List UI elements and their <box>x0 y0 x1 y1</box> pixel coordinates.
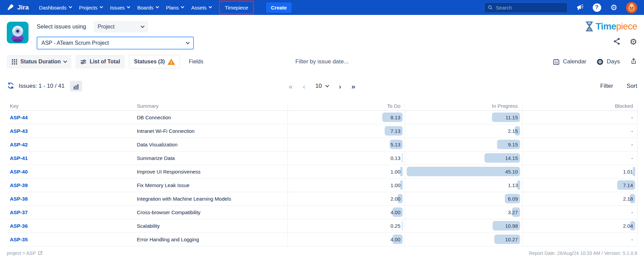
table-row: ASP-43Intranet Wi-Fi Connection7.132.15- <box>7 124 637 138</box>
duration-value: 0.13 <box>390 155 400 161</box>
duration-value: 5.13 <box>390 142 400 147</box>
nav-item-projects[interactable]: Projects <box>79 5 103 11</box>
summary-cell: Scalability <box>137 219 288 232</box>
calendar-button[interactable]: Calendar <box>553 58 586 65</box>
hourglass-icon <box>585 21 594 32</box>
column-header-todo[interactable]: To Do <box>288 102 405 110</box>
share-button[interactable] <box>613 37 621 46</box>
page-size-value: 10 <box>315 83 322 89</box>
refresh-button[interactable] <box>7 82 15 90</box>
todo-cell: 4.00 <box>288 205 405 219</box>
duration-value: 2.18 <box>623 196 633 202</box>
report-toolbar: Status Duration List of Total Statuses (… <box>0 55 644 68</box>
days-toggle-button[interactable]: Days <box>596 58 620 65</box>
issue-key-link[interactable]: ASP-40 <box>10 169 28 175</box>
chevron-down-icon <box>186 40 189 44</box>
duration-bar <box>402 153 403 163</box>
blocked-cell: 1.01 <box>522 165 637 178</box>
duration-value: 3.27 <box>508 209 518 215</box>
duration-value: 45.10 <box>505 169 518 175</box>
in-progress-cell: 3.27 <box>405 205 522 219</box>
jira-home-link[interactable]: Jira <box>7 3 29 12</box>
bar-chart-icon <box>73 83 79 89</box>
nav-item-timepiece[interactable]: Timepiece <box>225 5 248 11</box>
duration-value: 6.09 <box>508 196 518 202</box>
issue-key-link[interactable]: ASP-43 <box>10 128 28 134</box>
last-page-button[interactable]: » <box>351 83 355 90</box>
duration-value: 11.15 <box>505 115 518 120</box>
issue-key-link[interactable]: ASP-39 <box>10 182 28 188</box>
nav-item-plans[interactable]: Plans <box>166 5 184 11</box>
announcements-button[interactable] <box>575 3 585 12</box>
issue-key-link[interactable]: ASP-41 <box>10 155 28 161</box>
duration-value: 1.00 <box>390 169 400 175</box>
duration-value: - <box>631 237 633 242</box>
in-progress-cell: 11.15 <box>405 110 522 124</box>
issue-key-link[interactable]: ASP-42 <box>10 142 28 147</box>
column-header-summary[interactable]: Summary <box>137 102 288 110</box>
column-header-blocked[interactable]: Blocked <box>522 102 637 110</box>
summary-cell: Summarize Data <box>137 151 288 165</box>
summary-text: Improve UI Responsiveness <box>137 169 201 175</box>
summary-text: Data Visualization <box>137 142 178 147</box>
first-page-button[interactable]: « <box>289 83 293 90</box>
issue-key-link[interactable]: ASP-37 <box>10 209 28 215</box>
issue-key-link[interactable]: ASP-35 <box>10 237 28 242</box>
statuses-button[interactable]: Statuses (3) <box>129 55 180 68</box>
global-search-box[interactable] <box>484 2 568 13</box>
export-button[interactable] <box>630 58 637 66</box>
in-progress-cell: 10.27 <box>405 232 522 246</box>
timepiece-panel: Timepiece ⚙ <box>585 21 637 49</box>
page-size-dropdown[interactable]: 10 <box>315 83 329 89</box>
issue-table-body: ASP-44DB Connection8.1311.15-ASP-43Intra… <box>7 110 637 246</box>
issue-date-filter[interactable]: Filter by issue date... <box>295 58 349 65</box>
jql-query-link[interactable]: project = ASP <box>7 250 43 256</box>
chevron-down-icon <box>181 5 184 8</box>
chart-view-button[interactable] <box>70 81 82 92</box>
nav-item-issues[interactable]: Issues <box>110 5 130 11</box>
issues-table-container: Key Summary To Do In Progress Blocked AS… <box>0 102 644 246</box>
search-input[interactable] <box>496 5 564 11</box>
select-issues-label: Select issues using <box>37 23 86 30</box>
filter-button[interactable]: Filter <box>600 83 613 89</box>
select-mode-dropdown[interactable]: Project <box>94 21 148 33</box>
pagination-row: Issues: 1 - 10 / 41 « ‹ 10 › » Filter So… <box>0 79 644 93</box>
eye-icon <box>596 58 604 65</box>
jira-brand-text: Jira <box>17 4 29 11</box>
column-header-in-progress[interactable]: In Progress <box>405 102 522 110</box>
todo-cell: 5.13 <box>288 138 405 151</box>
nav-item-dashboards[interactable]: Dashboards <box>39 5 72 11</box>
settings-button[interactable]: ⚙ <box>609 3 619 12</box>
blocked-cell: - <box>522 232 637 246</box>
create-button[interactable]: Create <box>266 2 292 13</box>
todo-cell: 8.13 <box>288 110 405 124</box>
user-avatar[interactable] <box>626 2 637 13</box>
next-page-button[interactable]: › <box>339 83 341 90</box>
grid-icon <box>12 59 17 65</box>
report-footer: project = ASP Report Date: 28/Aug/24 10:… <box>0 250 644 256</box>
sort-button[interactable]: Sort <box>627 83 637 89</box>
issue-source-selector: Select issues using Project ASP - ATeam … <box>37 21 194 49</box>
nav-item-boards[interactable]: Boards <box>137 5 159 11</box>
warning-icon <box>168 59 175 65</box>
report-type-button[interactable]: Status Duration <box>7 55 71 68</box>
nav-item-assets[interactable]: Assets <box>191 5 211 11</box>
prev-page-button[interactable]: ‹ <box>303 83 305 90</box>
select-mode-value: Project <box>98 24 115 30</box>
column-header-key[interactable]: Key <box>7 102 137 110</box>
list-of-total-button[interactable]: List of Total <box>75 55 125 68</box>
fields-button[interactable]: Fields <box>184 55 208 68</box>
chevron-down-icon <box>155 5 159 8</box>
report-settings-button[interactable]: ⚙ <box>630 38 637 46</box>
summary-text: DB Connection <box>137 115 171 120</box>
issue-key-link[interactable]: ASP-36 <box>10 223 28 229</box>
issue-key-link[interactable]: ASP-38 <box>10 196 28 202</box>
issue-key-link[interactable]: ASP-44 <box>10 115 28 120</box>
help-button[interactable]: ? <box>592 3 602 12</box>
project-dropdown[interactable]: ASP - ATeam Scrum Project <box>37 37 194 49</box>
issue-key-cell: ASP-36 <box>7 219 137 232</box>
duration-value: - <box>631 128 633 134</box>
duration-bar <box>400 180 403 190</box>
duration-value: 10.27 <box>505 237 518 242</box>
chevron-down-icon <box>141 24 144 28</box>
